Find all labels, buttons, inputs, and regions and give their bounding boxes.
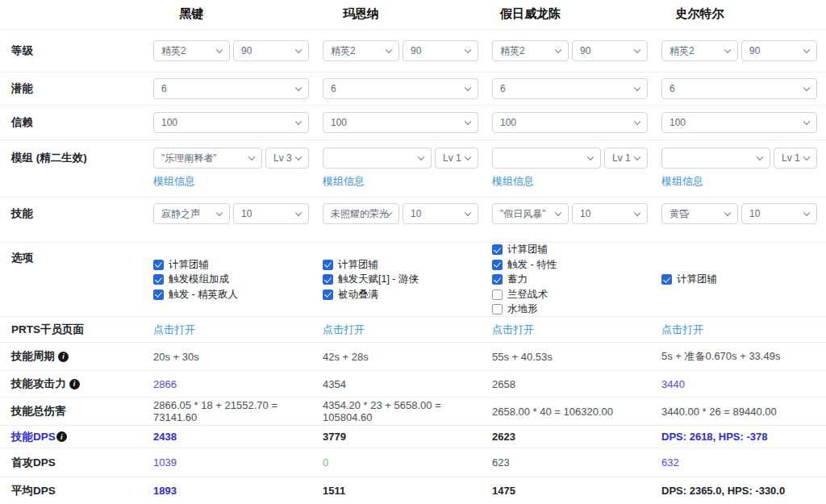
- option-checkbox-item[interactable]: 计算团辅: [661, 272, 817, 287]
- elite-select[interactable]: 精英2: [153, 40, 230, 61]
- info-icon[interactable]: i: [69, 379, 80, 389]
- cycle-value: 42s + 28s: [323, 351, 369, 363]
- elite-select[interactable]: 精英2: [323, 40, 399, 61]
- module-select[interactable]: [323, 148, 432, 169]
- skill-dps-value: 2623: [492, 431, 515, 443]
- chevron-down-icon: [465, 84, 471, 90]
- avg-dps-value: 1475: [492, 485, 515, 497]
- skill-select[interactable]: "假日风暴": [492, 203, 569, 224]
- prts-open-link[interactable]: 点击打开: [661, 323, 703, 335]
- total-damage-value: 2658.00 * 40 = 106320.00: [492, 406, 613, 418]
- first-hit-dps-value: 623: [492, 456, 510, 469]
- checkbox-checked-icon[interactable]: [661, 274, 672, 285]
- chevron-down-icon: [295, 118, 302, 124]
- operator-name: 史尔特尔: [661, 6, 738, 22]
- option-checkbox-item[interactable]: 计算团辅: [153, 257, 309, 273]
- level-select[interactable]: 90: [403, 40, 478, 61]
- module-select[interactable]: [492, 148, 601, 169]
- trust-row: 信赖 100 100 100 100: [0, 106, 826, 140]
- options-row: 选项 计算团辅 触发模组加成 触发 - 精英敌人 计算团辅 触发天赋[1] - …: [0, 243, 826, 317]
- checkbox-checked-icon[interactable]: [492, 244, 503, 255]
- skill-select[interactable]: 黄昏: [661, 203, 738, 224]
- skill-level-select[interactable]: 10: [403, 203, 478, 224]
- row-label-module: 模组 (精二生效): [11, 148, 153, 165]
- potential-select[interactable]: 6: [153, 78, 309, 99]
- level-select[interactable]: 90: [572, 40, 648, 61]
- checkbox-checked-icon[interactable]: [153, 260, 164, 270]
- module-info-link[interactable]: 模组信息: [323, 174, 365, 189]
- option-checkbox-item[interactable]: 水地形: [492, 302, 648, 317]
- info-icon[interactable]: i: [58, 352, 69, 362]
- checkbox-unchecked-icon[interactable]: [492, 304, 503, 314]
- options-list: 计算团辅: [661, 243, 817, 316]
- chevron-down-icon: [295, 46, 302, 52]
- skill-level-select[interactable]: 10: [572, 203, 648, 224]
- option-checkbox-item[interactable]: 触发 - 特性: [492, 257, 648, 273]
- chevron-down-icon: [295, 153, 302, 160]
- option-checkbox-item[interactable]: 计算团辅: [323, 257, 478, 273]
- option-checkbox-item[interactable]: 蓄力: [492, 272, 648, 287]
- skill-atk-value[interactable]: 2866: [153, 378, 177, 390]
- checkbox-checked-icon[interactable]: [153, 274, 164, 285]
- potential-select[interactable]: 6: [323, 78, 478, 99]
- level-select[interactable]: 90: [741, 40, 817, 61]
- checkbox-checked-icon[interactable]: [492, 260, 503, 270]
- chevron-down-icon: [465, 153, 471, 160]
- info-icon[interactable]: i: [56, 431, 67, 442]
- skill-level-select[interactable]: 10: [741, 203, 817, 224]
- skill-atk-value[interactable]: 3440: [661, 378, 685, 390]
- row-label-avg-dps: 平均DPS: [11, 484, 153, 498]
- prts-open-link[interactable]: 点击打开: [323, 323, 365, 335]
- chevron-down-icon: [803, 153, 810, 160]
- level-row: 等级 精英2 90 精英2 90 精英2 90 精英2 90: [0, 30, 826, 73]
- row-label-prts: PRTS干员页面: [11, 323, 153, 337]
- module-row: 模组 (精二生效) "乐理阐释者" Lv 3 模组信息 Lv 1 模组信息 Lv…: [0, 140, 826, 198]
- module-level-select[interactable]: Lv 1: [774, 148, 817, 169]
- checkbox-unchecked-icon[interactable]: [492, 289, 503, 300]
- trust-select[interactable]: 100: [661, 112, 817, 133]
- potential-select[interactable]: 6: [661, 78, 817, 99]
- option-checkbox-item[interactable]: 计算团辅: [492, 242, 648, 257]
- checkbox-checked-icon[interactable]: [323, 260, 333, 270]
- row-label-trust: 信赖: [11, 115, 153, 130]
- trust-select[interactable]: 100: [153, 112, 309, 133]
- operator-name: 玛恩纳: [323, 6, 399, 22]
- skill-select[interactable]: 未照耀的荣光: [323, 203, 399, 224]
- module-level-select[interactable]: Lv 1: [604, 148, 648, 169]
- chevron-down-icon: [386, 46, 392, 52]
- prts-open-link[interactable]: 点击打开: [153, 323, 195, 335]
- skill-select[interactable]: 寂静之声: [153, 203, 230, 224]
- row-label-first-hit-dps: 首攻DPS: [11, 456, 153, 470]
- elite-select[interactable]: 精英2: [492, 40, 569, 61]
- chevron-down-icon: [634, 84, 640, 90]
- option-checkbox-item[interactable]: 触发天赋[1] - 游侠: [323, 272, 478, 287]
- first-hit-dps-row: 首攻DPS 1039 0 623 632: [0, 448, 826, 477]
- module-info-link[interactable]: 模组信息: [661, 174, 703, 189]
- module-select[interactable]: [661, 148, 770, 169]
- potential-select[interactable]: 6: [492, 78, 648, 99]
- option-checkbox-item[interactable]: 触发 - 精英敌人: [153, 287, 309, 302]
- level-select[interactable]: 90: [233, 40, 309, 61]
- checkbox-checked-icon[interactable]: [492, 274, 503, 285]
- trust-select[interactable]: 100: [492, 112, 648, 133]
- chevron-down-icon: [634, 118, 640, 124]
- checkbox-checked-icon[interactable]: [323, 289, 333, 300]
- option-checkbox-item[interactable]: 兰登战术: [492, 287, 648, 302]
- checkbox-checked-icon[interactable]: [153, 289, 164, 300]
- module-info-link[interactable]: 模组信息: [153, 174, 195, 189]
- row-label-options: 选项: [11, 243, 153, 316]
- option-checkbox-item[interactable]: 触发模组加成: [153, 272, 309, 287]
- trust-select[interactable]: 100: [323, 112, 478, 133]
- option-checkbox-item[interactable]: 被动叠满: [323, 287, 478, 302]
- module-select[interactable]: "乐理阐释者": [153, 148, 262, 169]
- checkbox-checked-icon[interactable]: [323, 274, 333, 285]
- module-level-select[interactable]: Lv 3: [265, 148, 309, 169]
- skill-level-select[interactable]: 10: [233, 203, 309, 224]
- prts-open-link[interactable]: 点击打开: [492, 323, 534, 335]
- module-info-link[interactable]: 模组信息: [492, 174, 534, 189]
- chevron-down-icon: [724, 209, 731, 215]
- module-level-select[interactable]: Lv 1: [435, 148, 478, 169]
- skill-cycle-row: 技能周期 i 20s + 30s 42s + 28s 55s + 40.53s …: [0, 343, 826, 371]
- chevron-down-icon: [465, 209, 471, 215]
- elite-select[interactable]: 精英2: [661, 40, 738, 61]
